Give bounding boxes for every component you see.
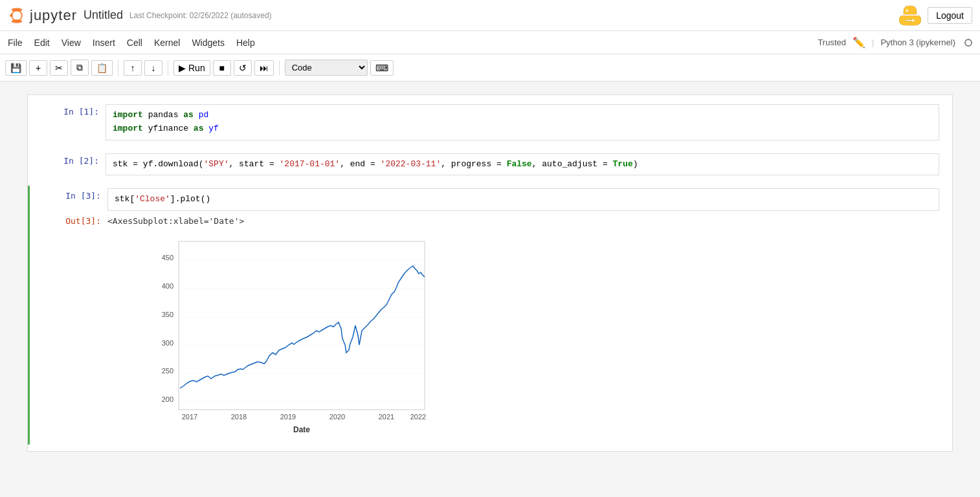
svg-point-2	[12, 10, 22, 21]
cell-3-input-area: In [3]: stk['Close'].plot()	[30, 188, 952, 211]
eq5: =	[597, 159, 612, 169]
separator-2	[28, 178, 952, 186]
cell-1-line-2: import yfinance as yf	[113, 122, 932, 136]
trusted-label: Trusted	[818, 38, 846, 47]
cut-cell-button[interactable]: ✂	[50, 60, 68, 76]
comma3: ,	[441, 159, 451, 169]
comma2: ,	[340, 159, 350, 169]
toolbar: 💾 + ✂ ⧉ 📋 ↑ ↓ ▶ Run ■ ↺ ⏭ Code Markdown …	[0, 54, 980, 82]
as-keyword-1: as	[183, 110, 194, 120]
yfinance-text: yfinance	[148, 124, 194, 133]
auto-param: auto_adjust	[542, 159, 597, 169]
stock-chart: 200 250 300 350 400 450 2017 2018 2019	[146, 235, 438, 436]
pandas-text: pandas	[148, 110, 184, 120]
eq3: =	[365, 159, 380, 169]
menu-cell[interactable]: Cell	[127, 34, 142, 52]
menu-file[interactable]: File	[8, 34, 23, 52]
cell-1-prompt: In [1]:	[28, 104, 106, 140]
eq2: =	[264, 159, 279, 169]
cell-1-code[interactable]: import pandas as pd import yfinance as y…	[106, 104, 939, 140]
interrupt-button[interactable]: ■	[213, 60, 231, 76]
cell-3-prompt-out: Out[3]:	[30, 214, 107, 442]
svg-rect-6	[179, 241, 425, 410]
start-param: start	[239, 159, 264, 169]
close-str: 'Close'	[135, 194, 170, 204]
import-keyword-2: import	[113, 124, 143, 133]
copy-cell-button[interactable]: ⧉	[71, 60, 89, 76]
keyboard-shortcuts-button[interactable]: ⌨	[370, 60, 394, 76]
run-label: Run	[188, 63, 205, 73]
paste-cell-button[interactable]: 📋	[91, 60, 113, 76]
notebook: In [1]: import pandas as pd import yfina…	[27, 94, 953, 452]
checkpoint-info: Last Checkpoint: 02/26/2022 (autosaved)	[129, 11, 271, 20]
yf-alias: yf	[208, 124, 219, 133]
menu-widgets[interactable]: Widgets	[192, 34, 225, 52]
plot-fn: plot()	[180, 194, 210, 204]
y-label-300: 300	[162, 339, 173, 347]
menu-edit[interactable]: Edit	[34, 34, 50, 52]
toolbar-separator-3	[279, 60, 280, 76]
cell-3-inner: In [3]: stk['Close'].plot() Out[3]: <Axe…	[30, 188, 952, 442]
toolbar-separator-2	[168, 60, 168, 76]
spy-str: 'SPY'	[203, 159, 228, 169]
jupyter-logo: jupyter	[8, 6, 77, 25]
svg-point-5	[912, 19, 914, 21]
kernel-name-label: Python 3 (ipykernel)	[880, 38, 955, 47]
menu-kernel[interactable]: Kernel	[154, 34, 180, 52]
kernel-status-circle	[964, 39, 972, 47]
comma1: ,	[229, 159, 239, 169]
cell-3-line-1: stk['Close'].plot()	[115, 193, 932, 206]
true-val: True	[613, 159, 633, 169]
x-label-2018: 2018	[231, 413, 247, 421]
cell-2-line-1: stk = yf.download('SPY', start = '2017-0…	[113, 158, 932, 171]
restart-button[interactable]: ↺	[234, 60, 252, 76]
move-up-button[interactable]: ↑	[124, 60, 142, 76]
x-label-2020: 2020	[329, 413, 345, 421]
cell-2-input-area: In [2]: stk = yf.download('SPY', start =…	[28, 153, 952, 176]
x-label-2017: 2017	[182, 413, 197, 421]
notebook-title[interactable]: Untitled	[84, 8, 123, 22]
cell-3: In [3]: stk['Close'].plot() Out[3]: <Axe…	[28, 186, 952, 445]
cell-3-output-text: <AxesSubplot:xlabel='Date'>	[107, 214, 939, 228]
python-logo-icon	[899, 5, 921, 27]
menubar-left: File Edit View Insert Cell Kernel Widget…	[8, 34, 255, 52]
yf-obj: yf	[143, 159, 153, 169]
run-button[interactable]: ▶ Run	[173, 60, 210, 76]
x-label-2019: 2019	[280, 413, 296, 421]
menu-view[interactable]: View	[61, 34, 81, 52]
menu-help[interactable]: Help	[236, 34, 255, 52]
comma4: ,	[532, 159, 542, 169]
cell-1-input-area: In [1]: import pandas as pd import yfina…	[28, 104, 952, 140]
cell-2-code[interactable]: stk = yf.download('SPY', start = '2017-0…	[106, 153, 939, 176]
cell-3-content[interactable]: stk['Close'].plot()	[107, 188, 952, 211]
edit-pencil-icon[interactable]: ✏️	[852, 36, 865, 49]
menubar: File Edit View Insert Cell Kernel Widget…	[0, 31, 980, 54]
cell-2: In [2]: stk = yf.download('SPY', start =…	[28, 151, 952, 179]
svg-point-3	[10, 14, 12, 16]
move-down-button[interactable]: ↓	[144, 60, 162, 76]
save-button[interactable]: 💾	[5, 60, 27, 76]
cell-1-line-1: import pandas as pd	[113, 109, 932, 122]
cell-1: In [1]: import pandas as pd import yfina…	[28, 102, 952, 143]
y-label-200: 200	[162, 395, 173, 403]
restart-run-button[interactable]: ⏭	[254, 60, 274, 76]
jupyter-brand-name: jupyter	[30, 7, 77, 24]
cell-3-output-content: <AxesSubplot:xlabel='Date'> 200 250 300 …	[107, 214, 952, 442]
pd-alias: pd	[199, 110, 209, 120]
cell-3-prompt-in: In [3]:	[30, 188, 107, 211]
as-keyword-2: as	[194, 124, 204, 133]
y-label-400: 400	[162, 282, 173, 290]
cell-type-dropdown[interactable]: Code Markdown Raw NBConvert Heading	[285, 60, 368, 76]
cell-1-content[interactable]: import pandas as pd import yfinance as y…	[104, 104, 952, 140]
menu-insert[interactable]: Insert	[93, 34, 115, 52]
cell-3-code[interactable]: stk['Close'].plot()	[107, 188, 939, 211]
svg-point-4	[906, 9, 908, 11]
false-val: False	[507, 159, 532, 169]
add-cell-button[interactable]: +	[29, 60, 47, 76]
x-axis-label: Date	[293, 425, 310, 434]
cell-2-prompt: In [2]:	[28, 153, 106, 176]
y-label-450: 450	[162, 254, 173, 261]
logout-button[interactable]: Logout	[928, 7, 972, 24]
cell-2-content[interactable]: stk = yf.download('SPY', start = '2017-0…	[104, 153, 952, 176]
download-fn: download	[158, 159, 198, 169]
